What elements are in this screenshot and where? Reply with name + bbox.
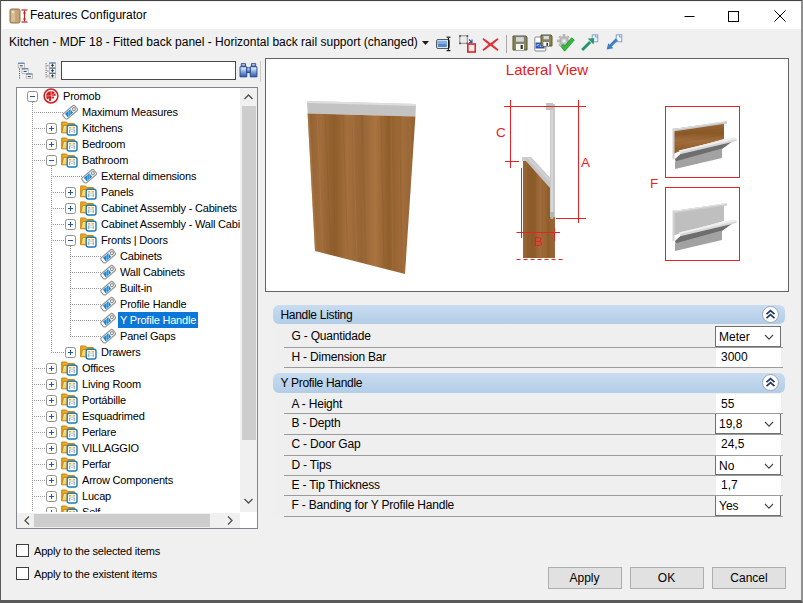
svg-text:F: F [650,176,658,191]
svg-text:A: A [581,155,590,170]
svg-text:B: B [534,234,543,249]
svg-text:C: C [496,125,506,140]
